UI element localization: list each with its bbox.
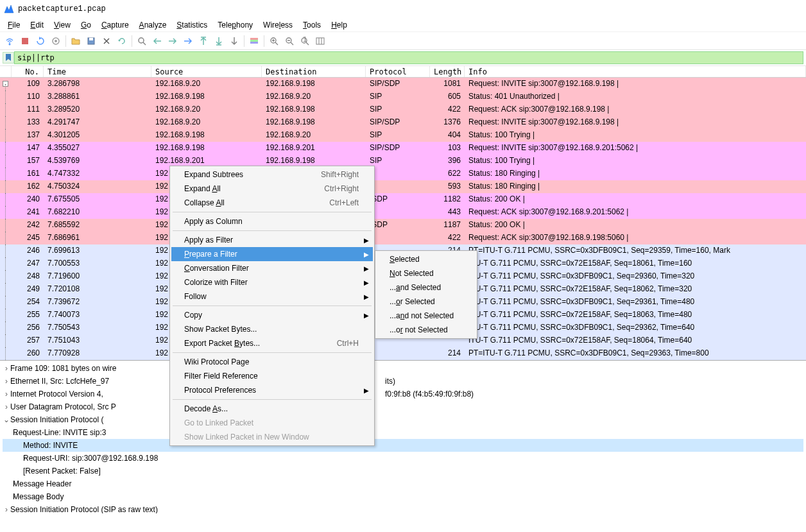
detail-row[interactable]: ›Message Header <box>3 477 803 490</box>
menu-capture[interactable]: Capture <box>96 19 134 31</box>
packet-row[interactable]: -1093.286798192.168.9.20192.168.9.198SIP… <box>0 78 806 90</box>
detail-row[interactable]: ›Ethernet II, Src: LcfcHefe_97its) <box>3 375 803 388</box>
tree-expander-icon[interactable]: › <box>3 490 13 503</box>
start-capture-icon[interactable] <box>3 34 17 48</box>
menu-item[interactable]: Prepare a Filter▶ <box>171 247 373 261</box>
packet-details[interactable]: ›Frame 109: 1081 bytes on wire›Ethernet … <box>0 361 806 513</box>
detail-row[interactable]: ›Internet Protocol Version 4,f0:9f:b8 (f… <box>3 388 803 400</box>
stop-capture-icon[interactable] <box>18 34 32 48</box>
autoscroll-icon[interactable] <box>227 34 241 48</box>
menu-item[interactable]: Filter Field Reference <box>171 369 373 383</box>
packet-row[interactable]: 1113.289520192.168.9.20192.168.9.198SIP4… <box>0 103 806 116</box>
menu-item[interactable]: Decode As... <box>171 402 373 416</box>
detail-row[interactable]: Method: INVITE <box>3 439 803 452</box>
packet-row[interactable]: 1624.750324192593Status: 180 Ringing | <box>0 180 806 193</box>
menu-view[interactable]: View <box>49 19 76 31</box>
detail-row[interactable]: ›User Datagram Protocol, Src P <box>3 400 803 413</box>
col-header-time[interactable]: Time <box>44 66 151 77</box>
packet-row[interactable]: 1574.539769192.168.9.201192.168.9.198SIP… <box>0 155 806 167</box>
menu-item[interactable]: Export Packet Bytes...Ctrl+H <box>171 336 373 350</box>
menu-item[interactable]: Colorize with Filter▶ <box>171 275 373 289</box>
menu-help[interactable]: Help <box>326 19 352 31</box>
zoom-out-icon[interactable] <box>282 34 296 48</box>
tree-expander-icon[interactable]: › <box>3 477 13 490</box>
colorize-icon[interactable] <box>247 34 261 48</box>
zoom-reset-icon[interactable]: 1 <box>298 34 312 48</box>
col-header-source[interactable]: Source <box>151 66 262 77</box>
detail-row[interactable]: ⌄Session Initiation Protocol ( <box>3 413 803 426</box>
capture-options-icon[interactable] <box>49 34 63 48</box>
menu-item[interactable]: Expand AllCtrl+Right <box>171 182 373 196</box>
menu-item[interactable]: Apply as Column <box>171 214 373 228</box>
menu-item[interactable]: ...or not Selected <box>377 323 476 337</box>
packet-row[interactable]: 1614.747332192622Status: 180 Ringing | <box>0 167 806 180</box>
packet-row[interactable]: 1334.291747192.168.9.20192.168.9.198SIP/… <box>0 116 806 129</box>
tree-expander-icon[interactable]: › <box>3 362 10 375</box>
packet-row[interactable]: 2457.686961192422Request: ACK sip:3007@1… <box>0 232 806 245</box>
menu-tools[interactable]: Tools <box>298 19 326 31</box>
tree-expander-icon[interactable]: › <box>3 375 10 388</box>
display-filter-input[interactable] <box>14 51 803 64</box>
menu-telephony[interactable]: Telephony <box>212 19 258 31</box>
col-header-length[interactable]: Length <box>430 66 465 77</box>
packet-row[interactable]: 1474.355027192.168.9.198192.168.9.201SIP… <box>0 142 806 155</box>
reload-icon[interactable] <box>115 34 129 48</box>
packet-row[interactable]: 2427.685592192/SDP1187Status: 200 OK | <box>0 219 806 232</box>
menu-item[interactable]: ...or Selected <box>377 295 476 309</box>
menu-analyze[interactable]: Analyze <box>134 19 172 31</box>
detail-row[interactable]: ›Session Initiation Protocol (SIP as raw… <box>3 503 803 513</box>
tree-expander-icon[interactable]: › <box>3 388 10 400</box>
find-icon[interactable] <box>135 34 149 48</box>
tree-expander-icon[interactable]: ⌄ <box>3 426 13 439</box>
menu-go[interactable]: Go <box>76 19 96 31</box>
detail-row[interactable]: [Resent Packet: False] <box>3 465 803 477</box>
tree-expander-icon[interactable]: › <box>3 400 10 413</box>
go-forward-icon[interactable] <box>166 34 180 48</box>
menu-item[interactable]: Collapse AllCtrl+Left <box>171 196 373 210</box>
tree-expander-icon[interactable]: › <box>3 503 10 513</box>
goto-last-icon[interactable] <box>212 34 226 48</box>
menu-item[interactable]: ...and not Selected <box>377 309 476 323</box>
detail-row[interactable]: ›Frame 109: 1081 bytes on wire <box>3 362 803 375</box>
goto-packet-icon[interactable] <box>181 34 195 48</box>
menu-item[interactable]: Copy▶ <box>171 308 373 322</box>
goto-first-icon[interactable] <box>196 34 210 48</box>
menu-item[interactable]: Follow▶ <box>171 289 373 304</box>
menu-item[interactable]: ...and Selected <box>377 280 476 295</box>
restart-capture-icon[interactable] <box>33 34 47 48</box>
menu-edit[interactable]: Edit <box>25 19 49 31</box>
menu-item[interactable]: Expand SubtreesShift+Right <box>171 167 373 182</box>
menu-item[interactable]: Selected <box>377 252 476 266</box>
menu-item[interactable]: Apply as Filter▶ <box>171 233 373 247</box>
tree-expander-icon[interactable]: › <box>3 452 23 465</box>
open-file-icon[interactable] <box>69 34 83 48</box>
menu-file[interactable]: File <box>3 19 25 31</box>
menubar: FileEditViewGoCaptureAnalyzeStatisticsTe… <box>0 18 806 32</box>
zoom-in-icon[interactable] <box>267 34 281 48</box>
menu-item[interactable]: Protocol Preferences▶ <box>171 383 373 397</box>
packet-row[interactable]: 2417.682210192443Request: ACK sip:3007@1… <box>0 206 806 219</box>
col-header-destination[interactable]: Destination <box>262 66 366 77</box>
detail-row[interactable]: ›Request-URI: sip:3007@192.168.9.198 <box>3 452 803 465</box>
menu-item[interactable]: Conversation Filter▶ <box>171 261 373 275</box>
col-header-protocol[interactable]: Protocol <box>366 66 430 77</box>
menu-item[interactable]: Not Selected <box>377 266 476 280</box>
detail-row[interactable]: ›Message Body <box>3 490 803 503</box>
packet-row[interactable]: 2407.675505192/SDP1182Status: 200 OK | <box>0 193 806 206</box>
go-back-icon[interactable] <box>150 34 164 48</box>
detail-row[interactable]: ⌄Request-Line: INVITE sip:3 <box>3 426 803 439</box>
packet-row[interactable]: 2607.770928192214PT=ITU-T G.711 PCMU, SS… <box>0 347 806 360</box>
menu-item[interactable]: Wiki Protocol Page <box>171 355 373 369</box>
close-file-icon[interactable] <box>99 34 114 48</box>
col-header-info[interactable]: Info <box>465 66 806 77</box>
menu-statistics[interactable]: Statistics <box>171 19 212 31</box>
resize-columns-icon[interactable] <box>313 34 327 48</box>
save-file-icon[interactable] <box>84 34 98 48</box>
menu-wireless[interactable]: Wireless <box>258 19 298 31</box>
tree-expander-icon[interactable]: ⌄ <box>3 413 10 426</box>
col-header-no[interactable]: No. <box>12 66 44 77</box>
menu-item[interactable]: Show Packet Bytes... <box>171 322 373 336</box>
filter-bookmark-icon[interactable] <box>3 52 14 64</box>
packet-row[interactable]: 1374.301205192.168.9.198192.168.9.20SIP4… <box>0 129 806 142</box>
packet-row[interactable]: 1103.288861192.168.9.198192.168.9.20SIP6… <box>0 90 806 103</box>
